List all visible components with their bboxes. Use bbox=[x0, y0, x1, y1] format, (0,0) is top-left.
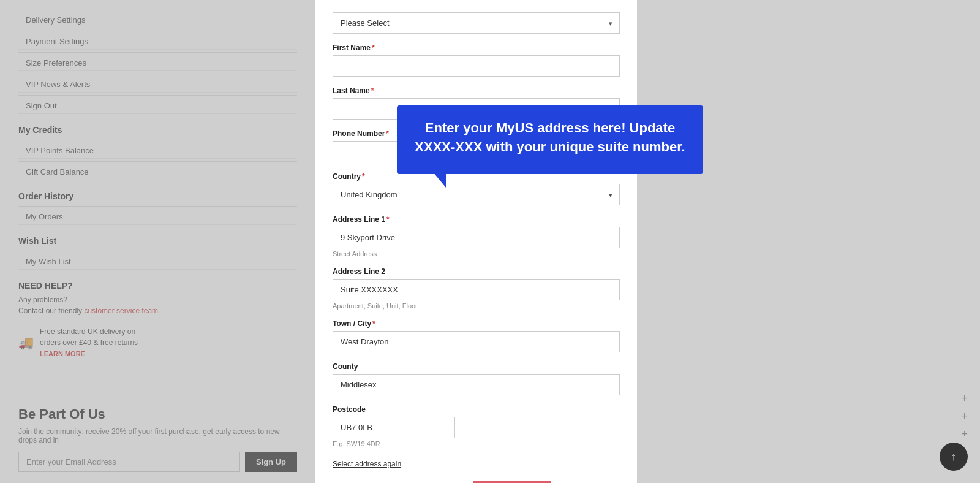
last-name-label: Last Name* bbox=[333, 86, 620, 95]
address-line1-group: Address Line 1* Street Address bbox=[333, 215, 620, 257]
plus-icon-1[interactable]: + bbox=[961, 392, 968, 405]
address-line1-input[interactable] bbox=[333, 227, 620, 248]
title-select-wrap: Please Select Mr Mrs Miss Ms Dr ▾ bbox=[333, 12, 620, 34]
tooltip-callout: Enter your MyUS address here! Update XXX… bbox=[397, 105, 703, 174]
country-select[interactable]: United Kingdom United States Australia C… bbox=[333, 184, 620, 205]
first-name-group: First Name* bbox=[333, 44, 620, 77]
title-select-group: Please Select Mr Mrs Miss Ms Dr ▾ bbox=[333, 12, 620, 34]
address-line2-label: Address Line 2 bbox=[333, 267, 620, 276]
county-input[interactable] bbox=[333, 374, 620, 395]
select-address-again-link[interactable]: Select address again bbox=[333, 460, 401, 468]
arrow-up-icon: ↑ bbox=[951, 451, 957, 463]
address-line2-input[interactable] bbox=[333, 279, 620, 300]
scroll-to-top-button[interactable]: ↑ bbox=[940, 443, 968, 471]
right-panel: + + + bbox=[637, 0, 980, 483]
postcode-input[interactable] bbox=[333, 417, 455, 438]
postcode-group: Postcode E.g. SW19 4DR bbox=[333, 405, 620, 447]
modal-dialog: Please Select Mr Mrs Miss Ms Dr ▾ First … bbox=[315, 0, 637, 483]
country-select-wrap: United Kingdom United States Australia C… bbox=[333, 184, 620, 205]
address-line1-label: Address Line 1* bbox=[333, 215, 620, 224]
town-city-label: Town / City* bbox=[333, 319, 620, 328]
postcode-label: Postcode bbox=[333, 405, 620, 414]
county-group: County bbox=[333, 362, 620, 395]
plus-icon-2[interactable]: + bbox=[961, 410, 968, 423]
county-label: County bbox=[333, 362, 620, 371]
address-line2-hint: Apartment, Suite, Unit, Floor bbox=[333, 302, 620, 310]
country-group: Country* United Kingdom United States Au… bbox=[333, 172, 620, 205]
title-select[interactable]: Please Select Mr Mrs Miss Ms Dr bbox=[333, 12, 620, 34]
town-city-group: Town / City* bbox=[333, 319, 620, 352]
first-name-input[interactable] bbox=[333, 55, 620, 77]
first-name-label: First Name* bbox=[333, 44, 620, 52]
town-city-input[interactable] bbox=[333, 331, 620, 352]
postcode-hint: E.g. SW19 4DR bbox=[333, 440, 620, 447]
address-line1-hint: Street Address bbox=[333, 250, 620, 257]
address-line2-group: Address Line 2 Apartment, Suite, Unit, F… bbox=[333, 267, 620, 310]
plus-icon-3[interactable]: + bbox=[961, 428, 968, 441]
